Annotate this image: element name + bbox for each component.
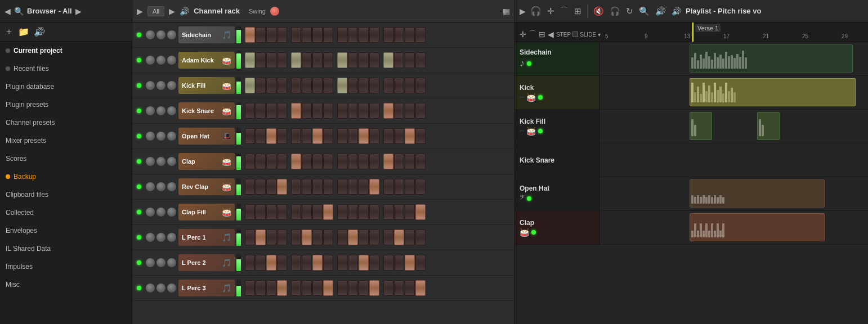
step-2-adam-kick[interactable] [266,52,276,68]
ch-vol-bar-adam-kick[interactable] [236,52,241,69]
ch-led-kick-snare[interactable] [137,109,141,113]
ch-led-l-perc-1[interactable] [137,235,141,240]
step-12-kick-snare[interactable] [383,103,393,119]
ch-btn-0-rev-clap[interactable] [146,182,155,191]
step-10-clap-fill[interactable] [359,204,369,220]
ch-btn-2-rev-clap[interactable] [167,182,176,191]
step-1-clap-fill[interactable] [256,204,266,220]
sidebar-item-plugin-presets[interactable]: Plugin presets [0,96,132,114]
step-8-kick-snare[interactable] [337,103,347,119]
step-8-l-perc-3[interactable] [337,280,347,296]
step-5-l-perc-2[interactable] [302,255,312,271]
cr-filter-all[interactable]: All [147,6,164,16]
step-1-l-perc-3[interactable] [256,280,266,296]
step-12-l-perc-1[interactable] [383,230,393,245]
ch-led-rev-clap[interactable] [137,184,141,189]
step-7-sidechain[interactable] [323,27,333,43]
ch-btn-2-sidechain[interactable] [167,30,176,39]
step-11-clap-fill[interactable] [369,204,379,220]
step-1-l-perc-1[interactable] [256,230,266,245]
step-3-clap-fill[interactable] [277,204,287,220]
ch-vol-bar-rev-clap[interactable] [236,178,241,195]
step-13-l-perc-1[interactable] [394,230,404,245]
loop-icon[interactable]: ↻ [625,5,634,17]
ch-btn-2-l-perc-2[interactable] [167,258,176,267]
folder-icon[interactable]: 📁 [18,26,29,37]
ch-btn-2-kick-fill[interactable] [167,81,176,90]
step-10-open-hat[interactable] [359,128,369,144]
ch-btn-1-sidechain[interactable] [156,30,165,39]
step-8-clap-fill[interactable] [337,204,347,220]
step-13-adam-kick[interactable] [394,52,404,68]
step-3-adam-kick[interactable] [277,52,287,68]
ch-btn-1-rev-clap[interactable] [156,182,165,191]
clap-led[interactable] [531,230,536,235]
track-block-kickfill-2[interactable] [757,112,780,140]
step-9-open-hat[interactable] [348,128,358,144]
sidebar-item-scores[interactable]: Scores [0,150,132,168]
step-5-clap[interactable] [302,154,312,169]
step-5-kick-snare[interactable] [302,103,312,119]
step-0-rev-clap[interactable] [245,179,255,195]
step-9-l-perc-2[interactable] [348,255,358,271]
step-10-kick-fill[interactable] [359,78,369,93]
ch-vol-bar-l-perc-1[interactable] [236,229,241,246]
step-6-clap-fill[interactable] [312,204,323,220]
ch-name-btn-rev-clap[interactable]: Rev Clap🥁 [178,178,235,195]
step-9-kick-fill[interactable] [348,78,358,93]
track-block-kick[interactable] [690,78,856,106]
sidebar-item-current-project[interactable]: Current project [0,42,132,60]
ch-btn-1-kick-fill[interactable] [156,81,165,90]
ch-name-btn-clap[interactable]: Clap🥁 [178,153,235,170]
step-12-open-hat[interactable] [383,128,393,144]
sidebar-item-plugin-database[interactable]: Plugin database [0,78,132,96]
step-14-adam-kick[interactable] [405,52,415,68]
step-14-kick-snare[interactable] [405,103,415,119]
ch-led-sidechain[interactable] [137,33,141,37]
step-1-kick-snare[interactable] [256,103,266,119]
step-9-l-perc-1[interactable] [348,230,358,245]
kick-led[interactable] [538,95,543,100]
step-15-clap-fill[interactable] [415,204,426,220]
step-0-clap[interactable] [245,154,255,169]
track-block-clap[interactable] [690,213,825,241]
play-icon[interactable]: ▶ [520,7,526,16]
ch-led-clap[interactable] [137,159,141,164]
step-2-open-hat[interactable] [266,128,276,144]
step-8-l-perc-1[interactable] [337,230,347,245]
ch-led-l-perc-3[interactable] [137,286,141,290]
panel-icon[interactable]: ⊟ [539,30,545,39]
step-13-kick-snare[interactable] [394,103,404,119]
step-8-adam-kick[interactable] [337,52,347,68]
step-6-l-perc-1[interactable] [312,230,323,245]
step-0-l-perc-1[interactable] [245,230,255,245]
step-1-l-perc-2[interactable] [256,255,266,271]
step-10-l-perc-3[interactable] [359,280,369,296]
sidebar-item-il-shared-data[interactable]: IL Shared Data [0,240,132,258]
step-0-kick-fill[interactable] [245,78,255,93]
step-2-sidechain[interactable] [266,27,276,43]
step-7-clap[interactable] [323,154,333,169]
step-4-adam-kick[interactable] [291,52,301,68]
step-4-open-hat[interactable] [291,128,301,144]
step-2-rev-clap[interactable] [266,179,276,195]
step-4-kick-fill[interactable] [291,78,301,93]
step-3-l-perc-2[interactable] [277,255,287,271]
step-11-open-hat[interactable] [369,128,379,144]
ch-vol-bar-clap[interactable] [236,153,241,170]
track-block-sidechain[interactable] [690,44,853,73]
step-11-rev-clap[interactable] [369,179,379,195]
step-10-rev-clap[interactable] [359,179,369,195]
step-11-l-perc-3[interactable] [369,280,379,296]
step-6-kick-fill[interactable] [312,78,323,93]
step-5-sidechain[interactable] [302,27,312,43]
step-10-clap[interactable] [359,154,369,169]
step-2-l-perc-3[interactable] [266,280,276,296]
step-5-clap-fill[interactable] [302,204,312,220]
step-9-clap[interactable] [348,154,358,169]
step-8-rev-clap[interactable] [337,179,347,195]
ch-btn-2-l-perc-1[interactable] [167,233,176,242]
ch-led-l-perc-2[interactable] [137,260,141,265]
forward-icon[interactable]: ▶ [75,7,82,16]
step-11-adam-kick[interactable] [369,52,379,68]
